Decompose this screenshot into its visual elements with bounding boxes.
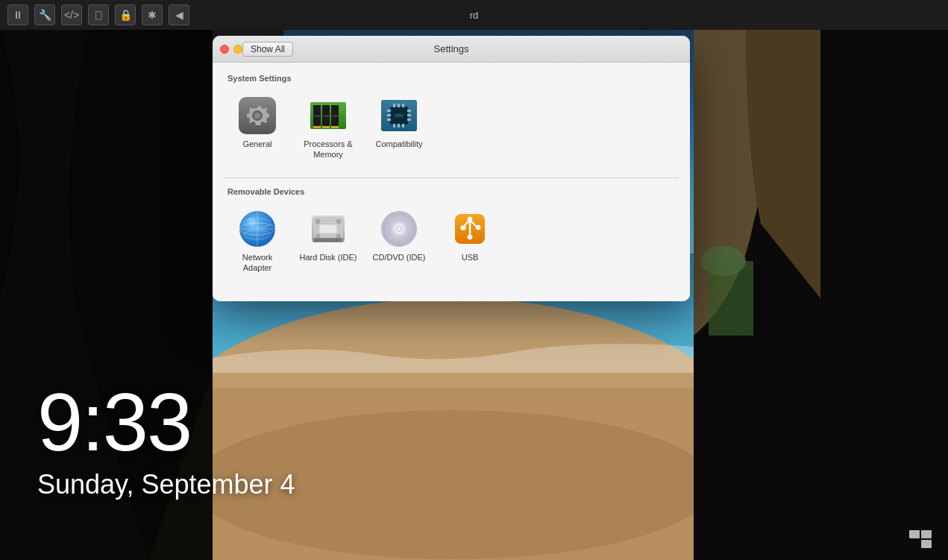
svg-text:RAM: RAM xyxy=(323,114,330,118)
close-button[interactable] xyxy=(220,45,229,54)
svg-rect-54 xyxy=(407,119,411,121)
network-adapter-icon xyxy=(238,210,277,248)
svg-rect-52 xyxy=(407,110,411,112)
removable-devices-title: Removable Devices xyxy=(224,187,679,196)
compatibility-label: Compatibility xyxy=(376,139,423,149)
hard-disk-ide-label: Hard Disk (IDE) xyxy=(299,252,357,262)
svg-text:CPU: CPU xyxy=(395,113,404,118)
svg-rect-48 xyxy=(402,124,404,128)
network-adapter-label: Network Adapter xyxy=(227,252,287,274)
wrench-button[interactable]: 🔧 xyxy=(34,4,55,25)
svg-point-93 xyxy=(468,235,472,239)
svg-point-90 xyxy=(468,217,472,221)
clock-time: 9:33 xyxy=(37,381,295,463)
svg-point-30 xyxy=(254,113,260,119)
window-titlebar: Show All Settings xyxy=(213,36,690,63)
svg-rect-36 xyxy=(322,126,330,128)
show-all-button[interactable]: Show All xyxy=(242,42,293,57)
svg-rect-76 xyxy=(330,239,331,242)
svg-rect-46 xyxy=(393,124,395,128)
svg-point-92 xyxy=(476,225,480,230)
compatibility-icon: CPU xyxy=(380,96,418,135)
system-settings-title: System Settings xyxy=(224,74,679,83)
svg-rect-25 xyxy=(909,530,920,538)
svg-rect-50 xyxy=(387,114,391,116)
general-icon xyxy=(238,96,277,135)
minimize-button[interactable] xyxy=(233,45,242,54)
svg-rect-77 xyxy=(333,239,334,242)
svg-rect-51 xyxy=(387,119,391,121)
top-toolbar: ⏸ 🔧 </> ⎕ 🔒 ✱ ◀ rd xyxy=(0,0,948,30)
svg-rect-69 xyxy=(319,224,337,233)
svg-point-65 xyxy=(316,219,320,224)
svg-point-24 xyxy=(701,246,746,276)
svg-rect-26 xyxy=(921,530,932,538)
code-button[interactable]: </> xyxy=(61,4,82,25)
monitor-button[interactable]: ⎕ xyxy=(88,4,109,25)
svg-rect-71 xyxy=(315,239,316,242)
svg-rect-78 xyxy=(336,239,337,242)
svg-rect-44 xyxy=(398,104,400,107)
remote-desktop-icon xyxy=(909,530,933,553)
general-label: General xyxy=(242,139,271,149)
svg-text:RAM: RAM xyxy=(314,114,321,118)
svg-rect-47 xyxy=(398,124,400,128)
svg-point-85 xyxy=(397,226,402,231)
processors-memory-label: Processors & Memory xyxy=(298,139,358,160)
svg-rect-74 xyxy=(324,239,325,242)
window-content: System Settings xyxy=(213,63,690,301)
system-settings-grid: General xyxy=(224,90,679,166)
hard-disk-ide-item[interactable]: Hard Disk (IDE) xyxy=(295,204,362,280)
usb-item[interactable]: USB xyxy=(436,204,503,280)
svg-rect-53 xyxy=(407,114,411,116)
usb-label: USB xyxy=(462,252,479,262)
processors-memory-item[interactable]: RAM RAM RAM Processors & Memory xyxy=(295,90,362,166)
svg-rect-43 xyxy=(393,104,395,107)
lock-button[interactable]: 🔒 xyxy=(115,4,136,25)
svg-text:RAM: RAM xyxy=(332,114,339,118)
svg-rect-45 xyxy=(402,104,404,107)
desktop: ⏸ 🔧 </> ⎕ 🔒 ✱ ◀ rd 9:33 Sunday, Septembe… xyxy=(0,0,948,560)
svg-rect-37 xyxy=(331,126,339,128)
section-divider xyxy=(224,177,679,178)
processors-memory-icon: RAM RAM RAM xyxy=(309,96,348,135)
svg-rect-75 xyxy=(327,239,328,242)
svg-rect-79 xyxy=(339,239,340,242)
svg-rect-72 xyxy=(318,239,319,242)
svg-rect-49 xyxy=(387,110,391,112)
svg-point-66 xyxy=(336,219,341,224)
svg-point-62 xyxy=(247,217,256,226)
clock-date: Sunday, September 4 xyxy=(37,469,295,500)
general-item[interactable]: General xyxy=(224,90,291,166)
bluetooth-button[interactable]: ✱ xyxy=(142,4,163,25)
svg-rect-27 xyxy=(921,540,932,548)
toolbar-title: rd xyxy=(470,10,479,21)
network-adapter-item[interactable]: Network Adapter xyxy=(224,204,291,280)
svg-rect-35 xyxy=(313,126,321,128)
pause-button[interactable]: ⏸ xyxy=(7,4,28,25)
settings-window: Show All Settings System Settings xyxy=(213,36,690,301)
usb-icon xyxy=(451,210,489,248)
compatibility-item[interactable]: CPU Compatibility xyxy=(365,90,433,166)
cdvd-ide-icon xyxy=(380,210,418,248)
window-title: Settings xyxy=(434,43,469,54)
svg-rect-73 xyxy=(321,239,322,242)
cdvd-ide-item[interactable]: CD/DVD (IDE) xyxy=(365,204,433,280)
clock-area: 9:33 Sunday, September 4 xyxy=(37,381,295,500)
removable-devices-grid: Network Adapter xyxy=(224,204,679,280)
hard-disk-ide-icon xyxy=(309,210,348,248)
svg-rect-91 xyxy=(461,226,465,230)
cdvd-ide-label: CD/DVD (IDE) xyxy=(373,252,426,262)
arrow-left-button[interactable]: ◀ xyxy=(169,4,189,25)
